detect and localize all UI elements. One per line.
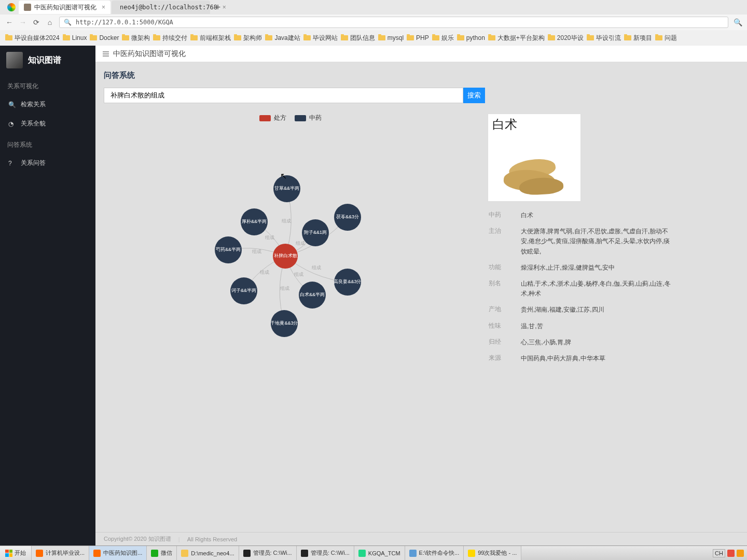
- tab-close-icon[interactable]: ×: [223, 4, 226, 11]
- bookmark-item[interactable]: 大数据+平台架构: [488, 34, 545, 43]
- detail-value: 心,三焦,小肠,胃,脾: [521, 335, 673, 350]
- bookmark-item[interactable]: 毕设网站: [303, 34, 338, 43]
- graph-area[interactable]: 处方 中药 组成组成组成组成组成组成组成组成组成甘草&&半两厚朴&&半两附子&&…: [104, 114, 477, 373]
- sidebar-item-relation-overview[interactable]: ◔ 关系全貌: [0, 114, 95, 133]
- bookmark-label: mysql: [388, 34, 404, 41]
- tray-lang[interactable]: CH: [713, 549, 725, 557]
- section-title: 问答系统: [104, 71, 739, 80]
- taskbar-item[interactable]: 微信: [147, 546, 177, 560]
- bookmark-item[interactable]: PHP: [407, 34, 429, 41]
- sidebar-section-label: 问答系统: [0, 133, 95, 153]
- edge-label: 组成: [282, 218, 291, 223]
- bookmark-item[interactable]: 毕设引流: [587, 34, 621, 43]
- detail-row: 中药白术: [489, 208, 673, 223]
- edge-label: 组成: [265, 235, 274, 240]
- bookmark-item[interactable]: 前端框架栈: [190, 34, 231, 43]
- detail-key: 归经: [489, 335, 520, 350]
- footer-copyright: Copyright© 2020 知识图谱: [104, 535, 171, 543]
- bookmark-label: Docker: [99, 34, 119, 41]
- bookmark-item[interactable]: 问题: [655, 34, 677, 43]
- start-button[interactable]: 开始: [0, 546, 32, 560]
- menu-icon[interactable]: [103, 51, 109, 57]
- search-input[interactable]: [104, 88, 463, 103]
- graph-legend: 处方 中药: [259, 114, 322, 122]
- detail-row: 主治大便溏薄,脾胃气弱,自汗,不思饮,虚胀,气虚自汗,胎动不安,倦怠少气,黄疸,…: [489, 224, 673, 259]
- bookmark-item[interactable]: 娱乐: [432, 34, 454, 43]
- tab-label: neo4j@bolt://localhost:768: [120, 4, 217, 11]
- folder-icon: [548, 35, 555, 40]
- browser-tab[interactable]: neo4j@bolt://localhost:768 ×: [112, 1, 210, 14]
- task-label: 微信: [161, 549, 172, 557]
- search-icon: 🔍: [8, 101, 16, 108]
- taskbar-item[interactable]: KGQA_TCM: [354, 546, 405, 560]
- taskbar-item[interactable]: 计算机毕业设...: [32, 546, 89, 560]
- detail-value: 燥湿利水,止汗,燥湿,健脾益气,安中: [521, 260, 673, 275]
- detail-value: 温,甘,苦: [521, 319, 673, 334]
- task-label: D:\medic_neo4...: [191, 550, 234, 556]
- reload-button[interactable]: ⟳: [32, 18, 40, 26]
- address-bar-row: ← → ⟳ ⌂ 🔍 🔍: [0, 15, 747, 30]
- page-title: 中医药知识图谱可视化: [113, 49, 186, 59]
- tray-icon[interactable]: [727, 550, 735, 557]
- bookmark-item[interactable]: mysql: [378, 34, 404, 41]
- folder-icon: [234, 35, 241, 40]
- tab-close-icon[interactable]: ×: [102, 4, 105, 11]
- taskbar-item[interactable]: 管理员: C:\Wi...: [297, 546, 354, 560]
- detail-key: 主治: [489, 224, 520, 259]
- sidebar-title: 知识图谱: [28, 55, 61, 66]
- bookmark-item[interactable]: 新项目: [624, 34, 652, 43]
- bookmark-item[interactable]: 架构师: [234, 34, 262, 43]
- forward-button[interactable]: →: [19, 18, 27, 26]
- bookmark-item[interactable]: 2020毕设: [548, 34, 584, 43]
- bookmark-label: 新项目: [633, 34, 652, 43]
- bookmark-item[interactable]: 微架构: [122, 34, 150, 43]
- task-label: KGQA_TCM: [368, 550, 400, 556]
- taskbar-item[interactable]: E:\软件命令快...: [405, 546, 464, 560]
- main: 中医药知识图谱可视化 问答系统 搜索 处方 中药: [95, 46, 747, 545]
- node-label: 厚朴&&半两: [242, 219, 267, 224]
- taskbar-item[interactable]: 管理员: C:\Wi...: [239, 546, 297, 560]
- home-button[interactable]: ⌂: [46, 18, 54, 26]
- tray-icon[interactable]: [737, 550, 744, 557]
- bookmark-item[interactable]: Java建站: [265, 34, 300, 43]
- system-tray: CH: [713, 549, 747, 557]
- browser-tab-active[interactable]: 中医药知识图谱可视化 ×: [19, 1, 110, 14]
- taskbar-item[interactable]: 中医药知识图...: [89, 546, 147, 560]
- search-row: 搜索: [104, 88, 485, 103]
- folder-icon: [457, 35, 464, 40]
- node-label: 高良姜&&3分: [334, 279, 361, 284]
- bookmark-label: 大数据+平台架构: [497, 34, 545, 43]
- back-button[interactable]: ←: [5, 18, 13, 26]
- bookmark-item[interactable]: Linux: [63, 34, 87, 41]
- folder-icon: [341, 35, 348, 40]
- bookmark-item[interactable]: python: [457, 34, 485, 41]
- node-label: 甘草&&半两: [274, 186, 299, 191]
- folder-icon: [265, 35, 272, 40]
- edge-label: 组成: [280, 286, 289, 291]
- graph-svg[interactable]: 组成组成组成组成组成组成组成组成组成甘草&&半两厚朴&&半两附子&&1两茯苓&&…: [104, 124, 477, 373]
- search-engine-icon[interactable]: 🔍: [734, 18, 742, 26]
- task-label: 中医药知识图...: [103, 549, 142, 557]
- search-icon: 🔍: [64, 19, 72, 26]
- app: 知识图谱 关系可视化 🔍 检索关系 ◔ 关系全貌 问答系统 ? 关系问答 中医药…: [0, 46, 747, 545]
- detail-value: 山精,于术,术,浙术,山姜,杨桴,冬白,伽,天蓟,山蓟,山连,冬术,种术: [521, 276, 673, 301]
- detail-row: 别名山精,于术,术,浙术,山姜,杨桴,冬白,伽,天蓟,山蓟,山连,冬术,种术: [489, 276, 673, 301]
- taskbar-item[interactable]: 99次我爱他 - ...: [464, 546, 521, 560]
- bookmark-item[interactable]: 持续交付: [153, 34, 187, 43]
- help-icon: ?: [8, 160, 16, 167]
- sidebar-header: 知识图谱: [0, 46, 95, 75]
- detail-key: 中药: [489, 208, 520, 223]
- task-label: 99次我爱他 - ...: [478, 549, 517, 557]
- sidebar-item-qa[interactable]: ? 关系问答: [0, 153, 95, 173]
- bookmark-item[interactable]: Docker: [90, 34, 119, 41]
- search-button[interactable]: 搜索: [463, 88, 485, 103]
- node-label: 干地黄&&3分: [270, 320, 298, 326]
- viz-row: 处方 中药 组成组成组成组成组成组成组成组成组成甘草&&半两厚朴&&半两附子&&…: [104, 114, 739, 373]
- sidebar-item-search-relation[interactable]: 🔍 检索关系: [0, 95, 95, 114]
- bookmark-item[interactable]: 团队信息: [341, 34, 375, 43]
- url-input[interactable]: [76, 19, 724, 26]
- task-icon: [151, 550, 158, 557]
- bookmark-item[interactable]: 毕设自媒体2024: [5, 34, 60, 43]
- address-bar[interactable]: 🔍: [59, 17, 728, 28]
- taskbar-item[interactable]: D:\medic_neo4...: [177, 546, 239, 560]
